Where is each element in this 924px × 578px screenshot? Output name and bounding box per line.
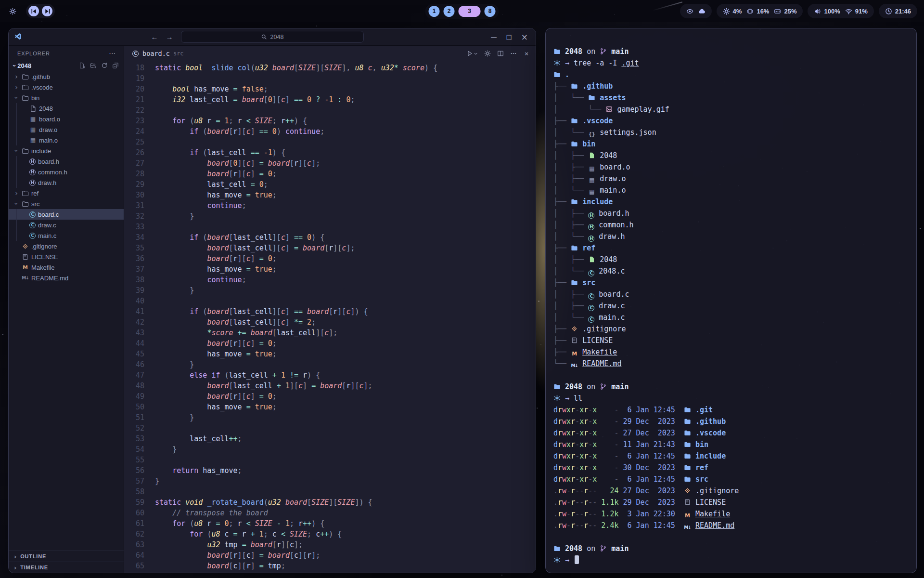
module-system-stats[interactable]: 4%16%25% [717, 4, 803, 18]
panel-timeline[interactable]: ›TIMELINE [9, 562, 124, 573]
permissions: drwxr-xr-x [553, 440, 597, 449]
line-number: 64 [124, 550, 144, 561]
explorer-root-folder[interactable]: › 2048 [9, 60, 124, 71]
item-label: Makefile [31, 264, 54, 271]
line-number: 57 [124, 476, 144, 486]
explorer-item-Makefile[interactable]: ›MMakefile [9, 262, 124, 273]
explorer-item-ref[interactable]: ›ref [9, 188, 124, 198]
explorer-item-LICENSE[interactable]: ›LICENSE [9, 251, 124, 262]
line-number: 36 [124, 253, 144, 264]
explorer-more-button[interactable]: ··· [109, 51, 116, 56]
split-button[interactable] [497, 50, 504, 57]
terminal-window[interactable]: 2048 on main → tree -a -I .git .├── .git… [545, 28, 917, 573]
code-line: 64 board[r][c] = board[c][r]; [124, 550, 536, 561]
folder-icon [684, 441, 691, 448]
explorer-item-include[interactable]: ›include [9, 145, 124, 156]
editor[interactable]: 18static bool _slide_col(u32 board[SIZE]… [124, 61, 536, 573]
permissions: .rw-r--r-- [553, 498, 597, 507]
file-size: - [601, 463, 618, 472]
code-line: 26 if (last_cell == -1) { [124, 147, 536, 158]
explorer-item-board.c[interactable]: ›Cboard.c [9, 209, 124, 220]
minimize-button[interactable]: — [490, 33, 497, 40]
close-button[interactable]: × [521, 32, 528, 42]
module-weather[interactable] [680, 4, 712, 18]
workspace-3[interactable]: 3 [459, 6, 481, 17]
panel-outline[interactable]: ›OUTLINE [9, 551, 124, 562]
command-center-search[interactable]: 2048 [181, 31, 364, 43]
explorer-item-main.o[interactable]: ›▦main.o [9, 135, 124, 145]
code-line: 30 has_move = true; [124, 190, 536, 200]
tree-entry: ├── .vscode [553, 115, 909, 127]
line-number: 50 [124, 402, 144, 412]
tree-entry: ├── LICENSE [553, 335, 909, 346]
code-line: 27 board[0][c] = board[r][c]; [124, 158, 536, 169]
refresh-button[interactable] [101, 62, 108, 69]
file-date: 11 Jan 21:43 [623, 440, 675, 449]
tree-entry: ├── bin [553, 138, 909, 150]
workspace-2[interactable]: 2 [444, 6, 455, 17]
explorer-item-draw.c[interactable]: ›Cdraw.c [9, 220, 124, 230]
entry-name: board.h [599, 209, 629, 218]
module-audio-network[interactable]: 100%91% [808, 4, 873, 18]
explorer-item-draw.h[interactable]: ›Hdraw.h [9, 177, 124, 188]
explorer-item-bin[interactable]: ›bin [9, 92, 124, 103]
history-back-button[interactable]: ← [151, 33, 158, 41]
new-file-button[interactable] [79, 62, 86, 69]
app-launcher-button[interactable] [7, 5, 18, 17]
obj-icon: ▦ [29, 137, 37, 144]
close-icon: × [523, 50, 530, 57]
explorer-item-draw.o[interactable]: ›▦draw.o [9, 124, 124, 135]
file-date: 6 Jan 12:45 [623, 521, 675, 530]
tab-board.c[interactable]: C board.c src [128, 50, 188, 57]
line-number: 48 [124, 381, 144, 391]
cfile-icon: C [29, 211, 36, 218]
explorer-item-2048[interactable]: ›2048 [9, 103, 124, 114]
cfile-icon: C [588, 293, 594, 300]
blank-line [553, 531, 909, 543]
code-line: 65 board[c][r] = tmp; [124, 561, 536, 571]
file-date: 6 Jan 12:45 [623, 406, 675, 414]
star [537, 407, 538, 409]
item-label: draw.h [38, 179, 56, 186]
code-line: 33 [124, 222, 536, 232]
vscode-window[interactable]: ←→ 2048 —□× EXPLORER ··· › 2048 ›.github… [8, 28, 536, 573]
line-number: 25 [124, 137, 144, 147]
skip-back-icon [30, 8, 38, 15]
explorer-actions [79, 62, 119, 69]
workspace-8[interactable]: 8 [485, 6, 496, 17]
line-number: 41 [124, 306, 144, 317]
line-number: 42 [124, 317, 144, 328]
run-button[interactable] [466, 50, 478, 57]
explorer-item-src[interactable]: ›src [9, 198, 124, 209]
explorer-item-board.h[interactable]: ›Hboard.h [9, 156, 124, 167]
file-name: .github [695, 417, 726, 426]
permissions: .rw-r--r-- [553, 486, 597, 495]
tree-entry: ├── include [553, 196, 909, 208]
entry-name: 2048.c [599, 267, 625, 276]
line-number: 49 [124, 391, 144, 402]
explorer-item-.gitignore[interactable]: ›.gitignore [9, 241, 124, 251]
new-folder-button[interactable] [90, 62, 97, 69]
module-clock[interactable]: 21:46 [879, 4, 917, 18]
collapse-button[interactable] [112, 62, 119, 69]
explorer-item-README.md[interactable]: ›M↓README.md [9, 273, 124, 283]
workspace-1[interactable]: 1 [429, 6, 440, 17]
gear-button[interactable] [484, 50, 491, 57]
skip-forward-button[interactable] [42, 6, 52, 16]
file-name: .vscode [695, 429, 726, 437]
close-button[interactable]: × [523, 50, 530, 57]
maximize-button[interactable]: □ [506, 33, 512, 40]
explorer-item-.vscode[interactable]: ›.vscode [9, 82, 124, 92]
file-date: 6 Jan 12:45 [623, 475, 675, 484]
explorer-item-main.c[interactable]: ›Cmain.c [9, 230, 124, 241]
skip-back-button[interactable] [28, 6, 39, 16]
explorer-item-board.o[interactable]: ›▦board.o [9, 114, 124, 124]
c-file-icon: C [132, 50, 139, 57]
tree-entry: . [553, 69, 909, 80]
explorer-item-.github[interactable]: ›.github [9, 71, 124, 82]
history-forward-button[interactable]: → [166, 33, 173, 41]
explorer-item-common.h[interactable]: ›Hcommon.h [9, 167, 124, 177]
file-o-icon [29, 105, 37, 112]
more-button[interactable]: ··· [510, 50, 517, 57]
line-number: 37 [124, 264, 144, 275]
